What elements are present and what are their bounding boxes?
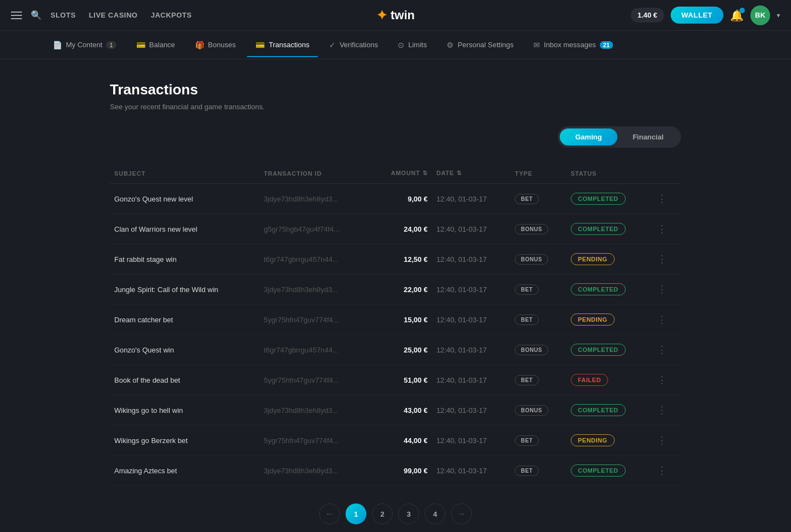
notification-dot [739, 8, 745, 13]
more-options-button[interactable]: ⋮ [655, 284, 669, 295]
logo-symbol: ✦ [376, 8, 387, 23]
subnav-bonuses[interactable]: 🎁 Bonuses [186, 33, 245, 57]
more-options-button[interactable]: ⋮ [655, 193, 669, 204]
nav-link-slots[interactable]: SLOTS [51, 11, 76, 19]
search-button[interactable]: 🔍 [31, 10, 42, 20]
tx-id: t6gr747gbrrgu457n44... [259, 244, 371, 275]
tx-amount: 25,00 € [372, 335, 432, 365]
type-badge: BONUS [515, 254, 548, 265]
subnav-personal-settings-label: Personal Settings [458, 41, 514, 49]
nav-link-jackpots[interactable]: JACKPOTS [151, 11, 192, 19]
tx-actions[interactable]: ⋮ [650, 335, 681, 365]
subnav-balance[interactable]: 💳 Balance [127, 33, 184, 57]
more-options-button[interactable]: ⋮ [655, 254, 669, 265]
type-badge: BONUS [515, 405, 548, 416]
table-body: Gonzo's Quest new level 3jdye73hd8h3eh8y… [110, 184, 681, 486]
tx-actions[interactable]: ⋮ [650, 425, 681, 456]
tx-type: BET [510, 275, 566, 305]
tx-status: PENDING [566, 305, 650, 335]
page-button-4[interactable]: 4 [425, 503, 445, 524]
more-options-button[interactable]: ⋮ [655, 223, 669, 234]
subnav-verifications-label: Verifications [339, 41, 378, 49]
next-page-button[interactable]: → [451, 503, 472, 524]
status-badge: FAILED [571, 374, 608, 386]
subnav-transactions[interactable]: 💳 Transactions [247, 33, 318, 57]
subnav-verifications[interactable]: ✓ Verifications [320, 33, 387, 57]
tx-actions[interactable]: ⋮ [650, 456, 681, 486]
avatar-dropdown-arrow[interactable]: ▾ [777, 12, 780, 19]
tx-actions[interactable]: ⋮ [650, 305, 681, 335]
page-button-2[interactable]: 2 [372, 503, 393, 524]
page-button-1[interactable]: 1 [346, 503, 366, 524]
col-header-date: DATE ⇅ [432, 163, 510, 184]
more-options-button[interactable]: ⋮ [655, 374, 669, 385]
status-badge: COMPLETED [571, 404, 626, 416]
tx-actions[interactable]: ⋮ [650, 365, 681, 395]
inbox-icon: ✉ [533, 41, 540, 49]
col-header-status: STATUS [566, 163, 650, 184]
sub-navigation: 📄 My Content 1 💳 Balance 🎁 Bonuses 💳 Tra… [0, 31, 791, 59]
table-row: Wikings go Berzerk bet 5ygr75hfn47guv774… [110, 425, 681, 456]
more-options-button[interactable]: ⋮ [655, 435, 669, 446]
tx-status: FAILED [566, 365, 650, 395]
table-row: Fat rabbit stage win t6gr747gbrrgu457n44… [110, 244, 681, 275]
subnav-personal-settings[interactable]: ⚙ Personal Settings [438, 33, 522, 57]
personal-settings-icon: ⚙ [447, 41, 454, 49]
type-badge: BET [515, 315, 539, 325]
financial-toggle-button[interactable]: Financial [617, 128, 679, 145]
top-navigation: 🔍 SLOTS LIVE CASINO JACKPOTS ✦ twin 1.40… [0, 0, 791, 31]
more-options-button[interactable]: ⋮ [655, 344, 669, 355]
tx-date: 12:40, 01-03-17 [432, 365, 510, 395]
tx-status: COMPLETED [566, 275, 650, 305]
table-header: SUBJECT TRANSACTION ID AMOUNT ⇅ DATE ⇅ T… [110, 163, 681, 184]
tx-type: BET [510, 365, 566, 395]
subnav-my-content[interactable]: 📄 My Content 1 [44, 33, 125, 57]
tx-status: COMPLETED [566, 456, 650, 486]
prev-page-button[interactable]: ← [319, 503, 340, 524]
nav-link-live-casino[interactable]: LIVE CASINO [89, 11, 138, 19]
type-badge: BONUS [515, 224, 548, 234]
page-header-row: Transactions See your recent financial a… [110, 81, 681, 163]
tx-actions[interactable]: ⋮ [650, 275, 681, 305]
tx-subject: Gonzo's Quest new level [110, 184, 259, 214]
tx-actions[interactable]: ⋮ [650, 214, 681, 244]
subnav-transactions-label: Transactions [269, 41, 309, 49]
status-badge: COMPLETED [571, 193, 626, 205]
gaming-toggle-button[interactable]: Gaming [560, 128, 617, 145]
tx-actions[interactable]: ⋮ [650, 244, 681, 275]
wallet-button[interactable]: WALLET [671, 7, 723, 24]
subnav-limits[interactable]: ⊙ Limits [389, 33, 436, 57]
transactions-table: SUBJECT TRANSACTION ID AMOUNT ⇅ DATE ⇅ T… [110, 163, 681, 486]
tx-amount: 15,00 € [372, 305, 432, 335]
tx-type: BET [510, 425, 566, 456]
type-badge: BET [515, 284, 539, 295]
more-options-button[interactable]: ⋮ [655, 314, 669, 325]
tx-type: BET [510, 305, 566, 335]
tx-date: 12:40, 01-03-17 [432, 335, 510, 365]
more-options-button[interactable]: ⋮ [655, 405, 669, 416]
subnav-inbox-messages[interactable]: ✉ Inbox messages 21 [525, 33, 622, 57]
tx-id: 5ygr75hfn47guv774f4... [259, 305, 371, 335]
tx-actions[interactable]: ⋮ [650, 184, 681, 214]
subnav-balance-label: Balance [149, 41, 175, 49]
top-right-controls: 1.40 € WALLET 🔔 BK ▾ [631, 5, 780, 25]
page-button-3[interactable]: 3 [398, 503, 419, 524]
hamburger-menu[interactable] [11, 12, 22, 19]
balance-display: 1.40 € [631, 8, 664, 23]
col-header-actions [650, 163, 681, 184]
tx-amount: 12,50 € [372, 244, 432, 275]
avatar[interactable]: BK [750, 5, 770, 25]
tx-actions[interactable]: ⋮ [650, 395, 681, 425]
logo-text: twin [391, 8, 415, 23]
tx-date: 12:40, 01-03-17 [432, 425, 510, 456]
status-badge: PENDING [571, 253, 615, 265]
tx-id: 5ygr75hfn47guv774f4... [259, 365, 371, 395]
tx-status: PENDING [566, 425, 650, 456]
site-logo[interactable]: ✦ twin [376, 8, 415, 23]
balance-icon: 💳 [136, 41, 146, 49]
type-badge: BET [515, 435, 539, 446]
notifications-button[interactable]: 🔔 [730, 9, 744, 22]
more-options-button[interactable]: ⋮ [655, 465, 669, 476]
page-title: Transactions [110, 81, 681, 98]
tx-amount: 9,00 € [372, 184, 432, 214]
